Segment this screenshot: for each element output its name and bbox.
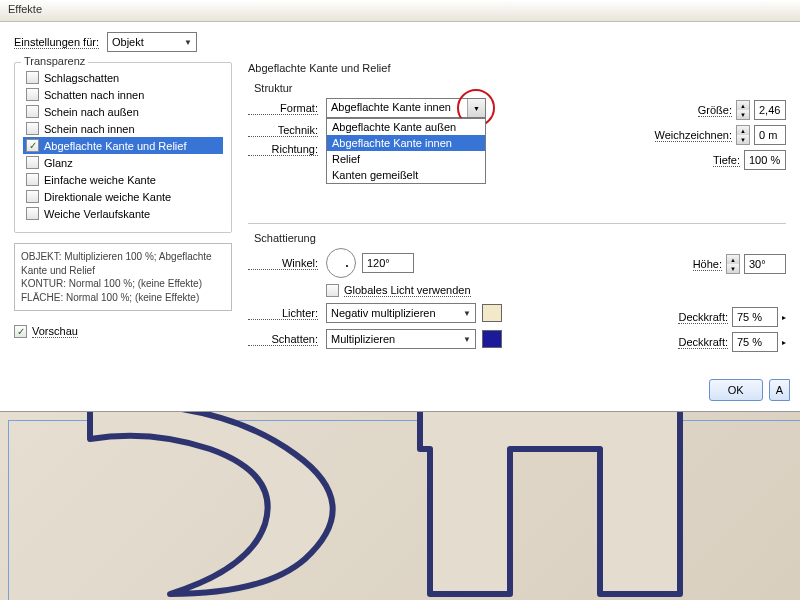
checkbox[interactable] [26,156,39,169]
list-item[interactable]: Weiche Verlaufskante [23,205,223,222]
weich-input[interactable] [754,125,786,145]
checkbox[interactable] [26,207,39,220]
list-item[interactable]: Glanz [23,154,223,171]
transparency-legend: Transparenz [21,55,88,67]
chevron-down-icon[interactable]: ▼ [467,99,485,117]
groesse-label: Größe: [698,104,732,117]
chevron-down-icon: ▼ [184,38,192,47]
checkbox[interactable] [26,71,39,84]
schatten-label: Schatten: [248,333,318,346]
list-item[interactable]: Direktionale weiche Kante [23,188,223,205]
lichter-label: Lichter: [248,307,318,320]
ok-button[interactable]: OK [709,379,763,401]
schatten-select[interactable]: Multiplizieren▼ [326,329,476,349]
angle-wheel[interactable] [326,248,356,278]
global-light-checkbox[interactable] [326,284,339,297]
description-box: OBJEKT: Multiplizieren 100 %; Abgeflacht… [14,243,232,311]
list-item[interactable]: Schein nach außen [23,103,223,120]
list-item[interactable]: Schatten nach innen [23,86,223,103]
dropdown-option[interactable]: Kanten gemeißelt [327,167,485,183]
format-options-list: Abgeflachte Kante außen Abgeflachte Kant… [326,118,486,184]
preview-label: Vorschau [32,325,78,338]
weich-label: Weichzeichnen: [655,129,732,142]
list-item[interactable]: Einfache weiche Kante [23,171,223,188]
deckkraft-input-2[interactable] [732,332,778,352]
tiefe-input[interactable] [744,150,786,170]
schattierung-title: Schattierung [254,232,786,244]
preview-checkbox[interactable]: ✓ [14,325,27,338]
deckkraft-input-1[interactable] [732,307,778,327]
settings-for-row: Einstellungen für: Objekt ▼ [14,32,786,52]
document-canvas[interactable] [0,412,800,600]
settings-for-select[interactable]: Objekt ▼ [107,32,197,52]
chevron-down-icon: ▼ [463,309,471,318]
list-item[interactable]: ✓Abgeflachte Kante und Relief [23,137,223,154]
deckkraft-label-2: Deckkraft: [678,336,728,349]
format-dropdown[interactable]: Abgeflachte Kante innen ▼ Abgeflachte Ka… [326,98,486,118]
schatten-swatch[interactable] [482,330,502,348]
settings-for-label: Einstellungen für: [14,36,99,49]
transparency-fieldset: Transparenz Schlagschatten Schatten nach… [14,62,232,233]
tiefe-label: Tiefe: [713,154,740,167]
technik-label: Technik: [248,124,318,137]
global-light-label: Globales Licht verwenden [344,284,471,297]
settings-for-value: Objekt [112,36,144,48]
effects-dialog: Einstellungen für: Objekt ▼ Transparenz … [0,22,800,412]
richtung-label: Richtung: [248,143,318,156]
dropdown-option[interactable]: Abgeflachte Kante innen [327,135,485,151]
hoehe-label: Höhe: [693,258,722,271]
deckkraft-label-1: Deckkraft: [678,311,728,324]
groesse-spinner[interactable]: ▲▼ [736,100,750,120]
hoehe-spinner[interactable]: ▲▼ [726,254,740,274]
dropdown-option[interactable]: Abgeflachte Kante außen [327,119,485,135]
checkbox[interactable] [26,122,39,135]
effects-list: Schlagschatten Schatten nach innen Schei… [23,69,223,222]
list-item[interactable]: Schein nach innen [23,120,223,137]
checkbox[interactable] [26,173,39,186]
weich-spinner[interactable]: ▲▼ [736,125,750,145]
format-value: Abgeflachte Kante innen [327,99,485,115]
artwork-glyph [40,412,780,600]
title-bar: Effekte [0,0,800,22]
window-title: Effekte [8,3,42,15]
hoehe-input[interactable] [744,254,786,274]
chevron-down-icon: ▼ [463,335,471,344]
dropdown-option[interactable]: Relief [327,151,485,167]
checkbox[interactable]: ✓ [26,139,39,152]
struktur-title: Struktur [254,82,786,94]
winkel-input[interactable] [362,253,414,273]
preview-row: ✓ Vorschau [14,325,232,338]
checkbox[interactable] [26,190,39,203]
lichter-swatch[interactable] [482,304,502,322]
format-label: Format: [248,102,318,115]
winkel-label: Winkel: [248,257,318,270]
lichter-select[interactable]: Negativ multiplizieren▼ [326,303,476,323]
groesse-input[interactable] [754,100,786,120]
panel-title: Abgeflachte Kante und Relief [248,62,786,74]
cancel-button-truncated[interactable]: A [769,379,790,401]
list-item[interactable]: Schlagschatten [23,69,223,86]
checkbox[interactable] [26,88,39,101]
checkbox[interactable] [26,105,39,118]
